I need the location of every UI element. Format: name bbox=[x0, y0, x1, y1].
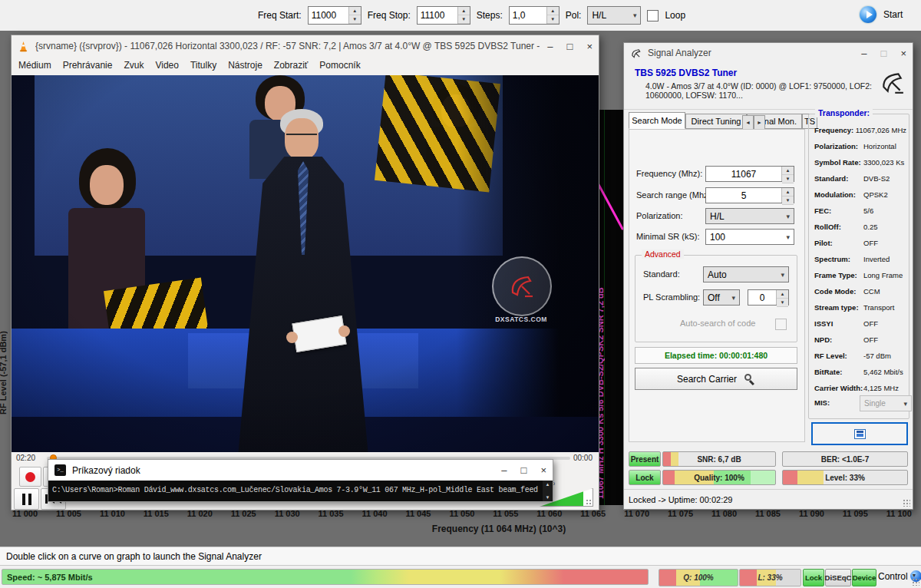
transponder-list-button[interactable] bbox=[811, 422, 908, 445]
freq-start-label: Freq Start: bbox=[258, 10, 302, 21]
cmd-titlebar[interactable]: >_ Príkazový riadok – □ × bbox=[48, 460, 553, 481]
menu-item[interactable]: Titulky bbox=[190, 60, 216, 71]
frequency-spinner[interactable]: ▲▼ bbox=[781, 167, 794, 181]
search-range-spinner[interactable]: ▲▼ bbox=[781, 188, 794, 203]
list-icon bbox=[854, 429, 866, 439]
steps-label: Steps: bbox=[477, 10, 503, 21]
tab-search-mode[interactable]: Search Mode bbox=[629, 112, 685, 129]
sa-title: Signal Analyzer bbox=[648, 48, 855, 58]
menu-item[interactable]: Zobraziť bbox=[274, 60, 309, 71]
menu-item[interactable]: Zvuk bbox=[124, 60, 144, 71]
hint-bar: Double click on a curve on graph to laun… bbox=[0, 547, 921, 566]
resize-grip[interactable] bbox=[903, 499, 910, 507]
transponder-row: FEC: 5/6 bbox=[814, 203, 906, 219]
close-icon[interactable]: × bbox=[900, 48, 906, 59]
transponder-groupbox: Transponder: Frequency: 11067,026 MHz Po… bbox=[808, 114, 909, 419]
transponder-row: Frequency: 11067,026 MHz bbox=[814, 122, 906, 138]
spin-down-icon: ▼ bbox=[547, 15, 559, 24]
standard-label: Standard: bbox=[643, 269, 680, 279]
lock-status-button[interactable]: Lock bbox=[803, 569, 824, 586]
freq-stop-spinner[interactable]: ▲▼ bbox=[457, 7, 470, 24]
freq-start-spinner[interactable]: ▲▼ bbox=[348, 7, 361, 24]
maximize-icon[interactable]: □ bbox=[521, 464, 527, 476]
cmd-prompt-line: C:\Users\Roman>Roman Dávid_www.dxsatcs.c… bbox=[48, 481, 543, 501]
pl-code-spinner[interactable]: ▲▼ bbox=[776, 290, 788, 305]
pause-button[interactable] bbox=[14, 488, 39, 510]
transponder-row: RollOff: 0.25 bbox=[814, 219, 906, 235]
auto-search-checkbox[interactable] bbox=[775, 319, 787, 330]
transponder-row: BitRate: 5,462 Mbit/s bbox=[814, 364, 906, 380]
transponder-row: Stream type: Transport bbox=[814, 299, 906, 315]
spin-up-icon: ▲ bbox=[782, 167, 794, 175]
tuner-name: TBS 5925 DVBS2 Tuner bbox=[635, 68, 737, 78]
minimize-icon[interactable]: – bbox=[547, 41, 553, 52]
bottom-statusbar: Speed: ~ 5,875 Mbit/s Q: 100% L: 33% Loc… bbox=[0, 566, 921, 588]
pol-select[interactable]: H/L▾ bbox=[587, 6, 641, 25]
search-carrier-button[interactable]: Search Carrier bbox=[635, 368, 797, 390]
close-icon[interactable]: × bbox=[540, 464, 546, 476]
start-button[interactable]: Start bbox=[860, 6, 903, 23]
freq-stop-input[interactable]: 11100 ▲▼ bbox=[417, 6, 470, 25]
close-icon[interactable]: × bbox=[586, 41, 593, 52]
scroll-up-icon: ▲ bbox=[546, 482, 550, 487]
device-button[interactable]: Device bbox=[852, 569, 876, 586]
mis-select[interactable]: Single▾ bbox=[860, 395, 912, 411]
resize-grip[interactable] bbox=[586, 499, 593, 507]
frequency-label: Frequency (Mhz): bbox=[636, 169, 702, 178]
maximize-icon[interactable]: □ bbox=[567, 41, 573, 52]
loop-checkbox[interactable] bbox=[647, 10, 659, 21]
record-button[interactable] bbox=[19, 467, 41, 487]
control-label: Control bbox=[878, 571, 908, 582]
tab-scroll-left-icon[interactable]: ◄ bbox=[742, 115, 754, 130]
spin-up-icon: ▲ bbox=[547, 7, 559, 15]
frequency-input[interactable]: 11067 ▲▼ bbox=[705, 166, 794, 182]
search-range-input[interactable]: 5 ▲▼ bbox=[705, 187, 794, 203]
spin-up-icon: ▲ bbox=[458, 7, 470, 15]
menu-item[interactable]: Nástroje bbox=[228, 60, 262, 71]
menu-item[interactable]: Prehrávanie bbox=[63, 60, 113, 71]
transponder-row: NPD: OFF bbox=[814, 332, 906, 348]
tab-direct-tuning[interactable]: Direct Tuning bbox=[685, 114, 747, 129]
menu-item[interactable]: Médium bbox=[18, 60, 51, 71]
tab-scroll-right-icon[interactable]: ► bbox=[754, 115, 765, 130]
video-area[interactable]: DXSATCS.COM bbox=[12, 75, 599, 452]
transponder-row: ISSYI OFF bbox=[814, 315, 906, 332]
freq-start-input[interactable]: 11000 ▲▼ bbox=[308, 6, 361, 25]
sa-statusbar: Locked -> Uptime: 00:02:29 bbox=[624, 489, 913, 509]
search-icon bbox=[744, 374, 755, 385]
sa-titlebar[interactable]: Signal Analyzer – □ × bbox=[624, 43, 913, 63]
elapsed-time: Elapsed time: 00:00:01:480 bbox=[635, 347, 797, 364]
polarization-label: Polarization: bbox=[636, 211, 683, 220]
spin-up-icon: ▲ bbox=[782, 188, 794, 197]
tick-label: 11 100 bbox=[886, 509, 912, 518]
minimize-icon[interactable]: – bbox=[861, 48, 867, 59]
pl-scrambling-select[interactable]: Off▾ bbox=[703, 289, 740, 306]
chevron-down-icon: ▾ bbox=[731, 294, 735, 302]
polarization-select[interactable]: H/L▾ bbox=[705, 208, 794, 224]
minimal-sr-select[interactable]: 100▾ bbox=[705, 229, 794, 245]
speed-meter: Speed: ~ 5,875 Mbit/s bbox=[2, 569, 649, 585]
transponder-row: Carrier Width: 4,125 MHz bbox=[814, 380, 906, 396]
menu-item[interactable]: Pomocník bbox=[319, 60, 360, 71]
pl-code-input[interactable]: 0 ▲▼ bbox=[748, 289, 789, 306]
cmd-icon: >_ bbox=[54, 464, 66, 476]
start-play-icon[interactable] bbox=[860, 6, 876, 23]
steps-spinner[interactable]: ▲▼ bbox=[546, 7, 559, 24]
present-indicator: Present bbox=[629, 451, 661, 467]
steps-input[interactable]: 1,0 ▲▼ bbox=[509, 6, 560, 25]
mis-label: MIS: bbox=[814, 398, 830, 407]
menu-item[interactable]: Video bbox=[155, 60, 178, 71]
standard-select[interactable]: Auto▾ bbox=[703, 266, 789, 282]
vignette-overlay bbox=[12, 75, 599, 452]
loop-label: Loop bbox=[665, 10, 685, 21]
chevron-down-icon: ▾ bbox=[903, 400, 907, 408]
maximize-icon[interactable]: □ bbox=[881, 48, 887, 59]
minimize-icon[interactable]: – bbox=[501, 464, 507, 476]
vlc-titlebar[interactable]: {srvname} ({srvprov}) - 11067,026 Horizo… bbox=[12, 35, 599, 57]
cmd-console[interactable]: C:\Users\Roman>Roman Dávid_www.dxsatcs.c… bbox=[48, 481, 553, 501]
resize-grip[interactable] bbox=[912, 578, 919, 586]
cmd-scrollbar[interactable]: ▲▼ bbox=[543, 481, 553, 501]
pause-icon bbox=[22, 494, 31, 505]
ber-meter: BER: <1.0E-7 bbox=[782, 451, 908, 467]
diseqc-button[interactable]: DiSEqC bbox=[825, 569, 851, 586]
